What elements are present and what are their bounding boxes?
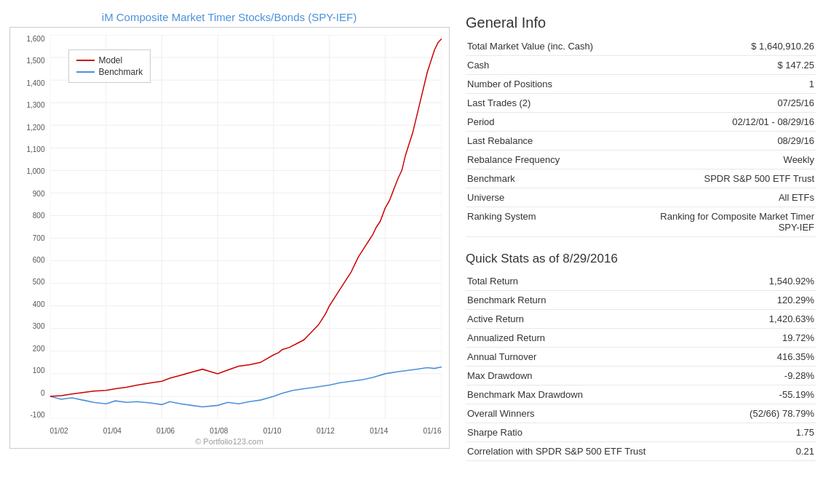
x-label: 01/12 [317, 427, 335, 435]
stats-row: Total Return 1,540.92% [466, 272, 816, 291]
stats-value: 1.75 [693, 423, 816, 442]
y-label: -100 [10, 411, 45, 419]
x-label: 01/10 [263, 427, 282, 435]
stats-value: 1,420.63% [693, 310, 816, 329]
y-label: 700 [10, 234, 45, 242]
benchmark-polyline [50, 367, 442, 407]
info-label: Cash [466, 56, 659, 75]
info-value: 02/12/01 - 08/29/16 [659, 113, 816, 132]
stats-value: 120.29% [693, 291, 816, 310]
x-label: 01/06 [156, 427, 175, 435]
quick-stats-title: Quick Stats as of 8/29/2016 [466, 252, 816, 266]
y-label: 1,100 [10, 145, 45, 153]
stats-row: Overall Winners (52/66) 78.79% [466, 404, 816, 423]
info-row: Total Market Value (inc. Cash) $ 1,640,9… [466, 37, 816, 56]
y-label: 800 [10, 212, 45, 220]
model-label: Model [99, 55, 123, 65]
watermark: © Portfolio123.com [10, 437, 449, 446]
stats-label: Benchmark Return [466, 291, 693, 310]
y-label: 200 [10, 345, 45, 353]
info-row: Cash $ 147.25 [466, 56, 816, 75]
y-label: 400 [10, 300, 45, 308]
model-line-icon [76, 60, 95, 61]
stats-value: -55.19% [693, 385, 816, 404]
general-info-table: Total Market Value (inc. Cash) $ 1,640,9… [466, 37, 816, 237]
stats-value: 416.35% [693, 348, 816, 367]
x-axis: 01/02 01/04 01/06 01/08 01/10 01/12 01/1… [50, 427, 442, 435]
main-container: iM Composite Market Timer Stocks/Bonds (… [0, 0, 823, 472]
stats-value: (52/66) 78.79% [693, 404, 816, 423]
y-label: 300 [10, 322, 45, 330]
stats-label: Correlation with SPDR S&P 500 ETF Trust [466, 442, 693, 461]
stats-label: Total Return [466, 272, 693, 291]
y-label: 100 [10, 367, 45, 375]
x-label: 01/04 [103, 427, 122, 435]
info-row: Last Trades (2) 07/25/16 [466, 94, 816, 113]
y-label: 500 [10, 278, 45, 286]
stats-value: 1,540.92% [693, 272, 816, 291]
stats-label: Overall Winners [466, 404, 693, 423]
info-row: Benchmark SPDR S&P 500 ETF Trust [466, 169, 816, 188]
info-row: Rebalance Frequency Weekly [466, 151, 816, 169]
y-label: 1,600 [10, 35, 45, 43]
info-row: Period 02/12/01 - 08/29/16 [466, 113, 816, 132]
stats-label: Sharpe Ratio [466, 423, 693, 442]
info-value: SPDR S&P 500 ETF Trust [659, 169, 816, 188]
info-row: Ranking System Ranking for Composite Mar… [466, 207, 816, 237]
x-label: 01/14 [370, 427, 388, 435]
info-label: Period [466, 113, 659, 132]
info-value: Weekly [659, 151, 816, 169]
stats-value: -9.28% [693, 367, 816, 385]
stats-label: Active Return [466, 310, 693, 329]
info-label: Total Market Value (inc. Cash) [466, 37, 659, 56]
stats-row-benchmark-max-drawdown: Benchmark Max Drawdown -55.19% [466, 385, 816, 404]
y-axis: 1,600 1,500 1,400 1,300 1,200 1,100 1,00… [10, 35, 48, 419]
info-label[interactable]: Last Trades (2) [466, 94, 659, 113]
stats-label: Annual Turnover [466, 348, 693, 367]
info-value: All ETFs [659, 188, 816, 207]
y-label: 1,200 [10, 124, 45, 132]
stats-row-max-drawdown: Max Drawdown -9.28% [466, 367, 816, 385]
info-label: Universe [466, 188, 659, 207]
y-label: 1,300 [10, 101, 45, 109]
info-value: $ 147.25 [659, 56, 816, 75]
y-label: 600 [10, 256, 45, 264]
info-value: 07/25/16 [659, 94, 816, 113]
info-row-number-of-positions: Number of Positions 1 [466, 75, 816, 94]
stats-row: Benchmark Return 120.29% [466, 291, 816, 310]
stats-row: Sharpe Ratio 1.75 [466, 423, 816, 442]
stats-row: Annualized Return 19.72% [466, 329, 816, 348]
stats-label: Max Drawdown [466, 367, 693, 385]
stats-value: 0.21 [693, 442, 816, 461]
stats-row: Annual Turnover 416.35% [466, 348, 816, 367]
info-row: Universe All ETFs [466, 188, 816, 207]
chart-svg [50, 35, 442, 419]
info-label-number-of-positions[interactable]: Number of Positions [466, 75, 659, 94]
stats-value: 19.72% [693, 329, 816, 348]
info-value: 08/29/16 [659, 132, 816, 151]
chart-legend: Model Benchmark [68, 49, 151, 83]
general-info-title: General Info [466, 15, 816, 31]
chart-section: iM Composite Market Timer Stocks/Bonds (… [7, 11, 451, 461]
y-label: 1,400 [10, 79, 45, 87]
chart-wrapper: Model Benchmark [9, 27, 450, 449]
x-label: 01/16 [423, 427, 441, 435]
benchmark-label: Benchmark [99, 67, 143, 77]
stats-label: Benchmark Max Drawdown [466, 385, 693, 404]
info-value: $ 1,640,910.26 [659, 37, 816, 56]
y-label: 1,000 [10, 167, 45, 175]
y-label: 1,500 [10, 57, 45, 65]
info-label: Last Rebalance [466, 132, 659, 151]
legend-benchmark: Benchmark [76, 67, 143, 77]
info-label: Ranking System [466, 207, 659, 237]
stats-label: Annualized Return [466, 329, 693, 348]
stats-row: Active Return 1,420.63% [466, 310, 816, 329]
y-label: 0 [10, 389, 45, 397]
legend-model: Model [76, 55, 143, 65]
info-label: Benchmark [466, 169, 659, 188]
info-value: Ranking for Composite Market Timer SPY-I… [659, 207, 816, 237]
info-label: Rebalance Frequency [466, 151, 659, 169]
stats-row: Correlation with SPDR S&P 500 ETF Trust … [466, 442, 816, 461]
chart-title: iM Composite Market Timer Stocks/Bonds (… [102, 11, 357, 23]
x-label: 01/02 [50, 427, 68, 435]
